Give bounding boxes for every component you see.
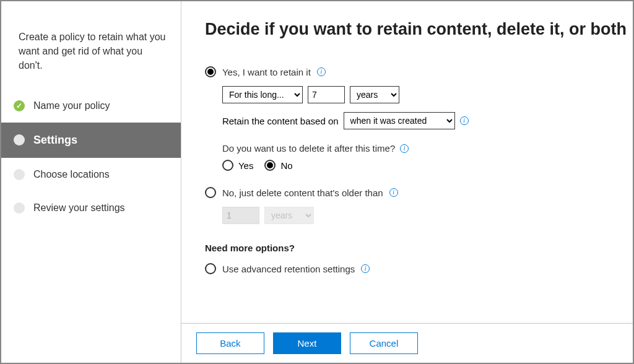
delete-after-no-radio[interactable] — [264, 160, 276, 171]
info-icon[interactable] — [389, 188, 398, 197]
info-icon[interactable] — [400, 144, 409, 153]
cancel-button[interactable]: Cancel — [350, 332, 418, 354]
advanced-settings-radio[interactable] — [205, 263, 216, 274]
delete-after-yes-radio[interactable] — [222, 160, 233, 171]
delete-only-label: No, just delete content that's older tha… — [222, 188, 383, 198]
wizard-sidebar: Create a policy to retain what you want … — [1, 1, 181, 363]
step-active-icon — [14, 134, 25, 145]
duration-type-select[interactable]: For this long... — [222, 86, 303, 103]
delete-after-yes-label: Yes — [238, 160, 253, 171]
delete-only-number-input — [222, 207, 259, 224]
step-pending-icon — [14, 169, 25, 180]
info-icon[interactable] — [460, 116, 469, 125]
step-label: Name your policy — [33, 100, 110, 111]
based-on-label: Retain the content based on — [222, 116, 339, 126]
info-icon[interactable] — [317, 67, 326, 76]
step-pending-icon — [14, 202, 25, 214]
sidebar-description: Create a policy to retain what you want … — [1, 19, 181, 89]
more-options-heading: Need more options? — [205, 243, 627, 253]
retain-yes-radio[interactable] — [205, 66, 216, 77]
back-button[interactable]: Back — [196, 332, 264, 354]
info-icon[interactable] — [361, 264, 370, 273]
retain-yes-label: Yes, I want to retain it — [222, 67, 311, 77]
checkmark-icon — [14, 100, 25, 111]
step-label: Settings — [33, 134, 77, 147]
step-review-settings[interactable]: Review your settings — [1, 191, 181, 225]
duration-number-input[interactable] — [308, 86, 345, 103]
delete-only-unit-select: years — [264, 207, 314, 224]
main-panel: Decide if you want to retain content, de… — [181, 1, 633, 363]
based-on-select[interactable]: when it was created — [344, 112, 455, 129]
step-settings[interactable]: Settings — [1, 123, 181, 158]
delete-after-no-label: No — [280, 160, 292, 171]
delete-after-question: Do you want us to delete it after this t… — [222, 143, 395, 154]
duration-unit-select[interactable]: years — [350, 86, 399, 103]
step-choose-locations[interactable]: Choose locations — [1, 158, 181, 191]
step-name-your-policy[interactable]: Name your policy — [1, 89, 181, 123]
next-button[interactable]: Next — [273, 332, 341, 354]
delete-only-radio[interactable] — [205, 187, 216, 198]
wizard-footer: Back Next Cancel — [181, 323, 633, 363]
page-title: Decide if you want to retain content, de… — [205, 20, 627, 39]
step-label: Choose locations — [33, 169, 110, 180]
advanced-settings-label: Use advanced retention settings — [222, 264, 355, 274]
step-label: Review your settings — [33, 202, 125, 214]
